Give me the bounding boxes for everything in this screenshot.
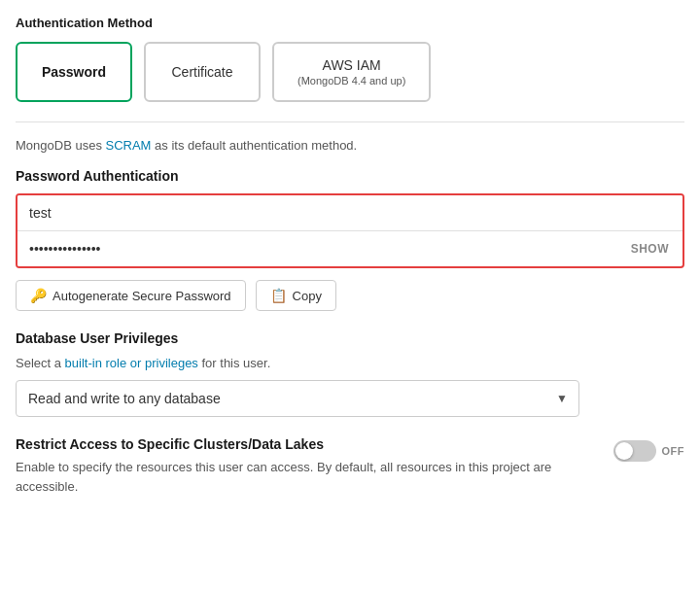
- auth-method-group: Password Certificate AWS IAM (MongoDB 4.…: [16, 42, 684, 102]
- scram-link[interactable]: SCRAM: [106, 138, 152, 153]
- privileges-section: Database User Privileges Select a built-…: [16, 330, 684, 417]
- password-auth-label: Password Authentication: [16, 168, 684, 184]
- action-buttons: 🔑 Autogenerate Secure Password 📋 Copy: [16, 280, 684, 311]
- restrict-title-area: Restrict Access to Specific Clusters/Dat…: [16, 436, 598, 496]
- copy-button[interactable]: 📋 Copy: [256, 280, 336, 311]
- auth-aws-iam-button[interactable]: AWS IAM (MongoDB 4.4 and up): [272, 42, 431, 102]
- restrict-description: Enable to specify the resources this use…: [16, 458, 560, 496]
- toggle-wrapper: OFF: [613, 440, 685, 462]
- username-input[interactable]: [18, 195, 682, 230]
- restrict-section: Restrict Access to Specific Clusters/Dat…: [16, 436, 684, 496]
- password-input[interactable]: [18, 231, 617, 266]
- privileges-select[interactable]: Read and write to any database Atlas adm…: [16, 380, 579, 417]
- privileges-select-wrapper: Read and write to any database Atlas adm…: [16, 380, 579, 417]
- divider-1: [16, 121, 684, 122]
- privileges-info: Select a built-in role or privileges for…: [16, 356, 684, 370]
- restrict-header: Restrict Access to Specific Clusters/Dat…: [16, 436, 684, 496]
- password-auth-box: SHOW: [16, 193, 684, 268]
- auth-password-button[interactable]: Password: [16, 42, 132, 102]
- autogenerate-button[interactable]: 🔑 Autogenerate Secure Password: [16, 280, 246, 311]
- toggle-knob: [615, 442, 633, 460]
- scram-info: MongoDB uses SCRAM as its default authen…: [16, 138, 684, 153]
- show-password-button[interactable]: SHOW: [617, 232, 682, 265]
- restrict-toggle[interactable]: [613, 440, 656, 462]
- auth-certificate-button[interactable]: Certificate: [144, 42, 261, 102]
- restrict-title: Restrict Access to Specific Clusters/Dat…: [16, 436, 598, 452]
- privileges-link[interactable]: built-in role or privileges: [65, 356, 198, 370]
- username-row: [18, 195, 682, 231]
- copy-icon: 📋: [270, 288, 287, 303]
- password-row: SHOW: [18, 231, 682, 266]
- auth-method-section: Authentication Method Password Certifica…: [16, 16, 684, 102]
- key-icon: 🔑: [30, 288, 47, 303]
- auth-method-label: Authentication Method: [16, 16, 684, 30]
- toggle-label: OFF: [662, 445, 685, 457]
- privileges-label: Database User Privileges: [16, 330, 684, 346]
